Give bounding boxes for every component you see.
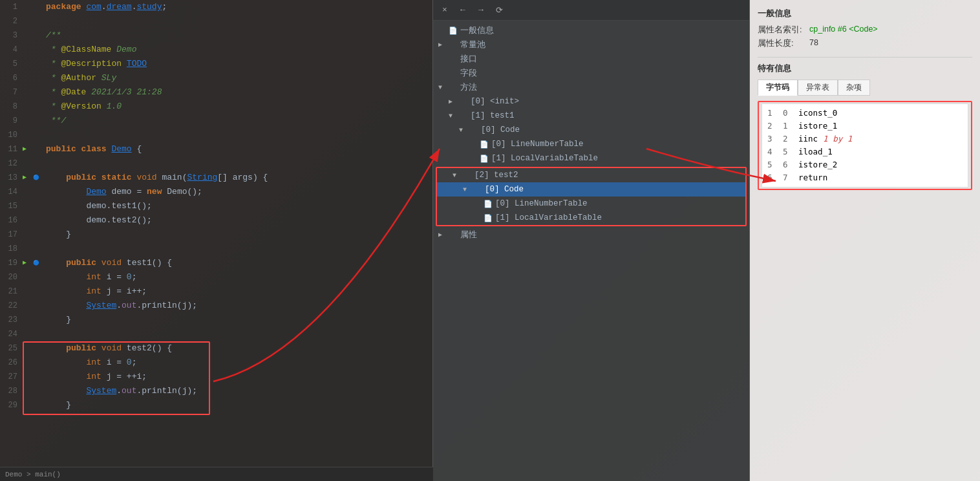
code-line: 17 } [0,228,432,242]
tree-arrow-icon: ▶ [438,231,449,239]
attr-len-value: 78 [809,38,818,47]
code-text: System.out.println(j); [43,299,432,313]
code-line: 16 demo.test2(); [0,213,432,228]
refresh-button[interactable]: ⟳ [493,4,506,17]
bytecode-tab-2[interactable]: 杂项 [838,80,870,96]
code-text: public static void main(String[] args) { [43,171,432,185]
tree-item[interactable]: ▼[0] Code [437,182,745,197]
bc-offset: 6 [783,158,793,171]
bytecode-tab-1[interactable]: 异常表 [798,80,838,96]
tree-panel: 📄一般信息▶常量池接口字段▼方法▶[0] <init>▼[1] test1▼[0… [433,21,749,481]
tree-item-label: 方法 [460,82,477,93]
tree-item[interactable]: 📄[0] LineNumberTable [437,197,745,211]
code-text: public void test2() { [43,341,432,356]
tree-item[interactable]: 接口 [433,52,749,66]
tree-item[interactable]: ▶[0] <init> [433,94,749,109]
tree-item[interactable]: 字段 [433,66,749,80]
divider [758,57,972,58]
bytecode-row: 56istore_2 [767,158,963,171]
tree-item[interactable]: ▼[2] test2 [437,168,745,182]
bytecode-row: 45iload_1 [767,145,963,158]
attr-name-label: 属性名索引: [758,25,809,36]
tree-node-icon: 📄 [449,27,460,35]
tree-item-label: [1] test1 [471,111,515,120]
line-number: 27 [0,370,23,384]
line-number: 2 [0,14,23,28]
tree-item-label: [0] LineNumberTable [495,199,588,208]
run-icon[interactable]: ▶ [23,256,33,270]
run-icon[interactable]: ▶ [23,171,33,185]
tree-item[interactable]: ▼方法 [433,80,749,94]
code-line: 6 * @Author SLy [0,71,432,85]
bc-offset: 1 [783,120,793,133]
bytecode-table: 10iconst_021istore_132iinc 1 by 145iload… [762,103,968,187]
code-text: int i = 0; [43,270,432,284]
code-line: 26 int i = 0; [0,356,432,370]
line-number: 19 [0,256,23,270]
run-icon[interactable]: ▶ [23,142,33,156]
code-text: System.out.println(j); [43,384,432,398]
tree-item[interactable]: ▶属性 [433,228,749,242]
forward-button[interactable]: → [474,4,487,17]
code-line: 9 **/ [0,114,432,128]
code-text: * @ClassName Demo [43,43,432,57]
code-line: 12 [0,156,432,171]
line-number: 28 [0,384,23,398]
attr-name-row: 属性名索引: cp_info #6 <Code> [758,25,972,36]
back-button[interactable]: ← [456,4,469,17]
close-button[interactable]: × [438,4,451,17]
code-line: 2 [0,14,432,28]
line-number: 3 [0,28,23,43]
bc-instruction: iconst_0 [798,107,837,120]
line-number: 1 [0,0,23,14]
tree-item-label: [2] test2 [474,171,518,180]
tree-item-label: 字段 [460,68,477,79]
tree-arrow-icon: ▼ [449,112,459,120]
tree-node-icon: 📄 [484,214,495,222]
code-text: int i = 0; [43,356,432,370]
line-number: 9 [0,114,23,128]
tree-item[interactable]: ▼[0] Code [433,123,749,137]
bytecode-box: 10iconst_021istore_132iinc 1 by 145iload… [758,101,972,190]
bc-instruction: istore_1 [798,120,837,133]
code-text: * @Version 1.0 [43,100,432,114]
toolbar: × ← → ⟳ [433,0,749,21]
tree-item-label: [0] LineNumberTable [491,140,584,149]
tree-item-label: 接口 [460,54,477,65]
line-number: 21 [0,284,23,299]
info-title: 一般信息 [758,8,972,19]
code-text: public class Demo { [43,142,432,156]
code-text: * @Description TODO [43,57,432,71]
attr-name-value: cp_info #6 <Code> [809,25,878,34]
code-text: Demo demo = new Demo(); [43,185,432,199]
bytecode-tab-0[interactable]: 字节码 [758,80,798,96]
line-number: 15 [0,199,23,213]
attr-len-label: 属性长度: [758,38,809,49]
line-number: 22 [0,299,23,313]
tree-item-label: [0] <init> [471,97,519,106]
tree-item[interactable]: ▼[1] test1 [433,109,749,123]
line-number: 10 [0,128,23,142]
bc-offset: 5 [783,145,793,158]
code-text: demo.test2(); [43,213,432,228]
tree-item[interactable]: 📄一般信息 [433,23,749,37]
code-line: 11▶public class Demo { [0,142,432,156]
line-number: 6 [0,71,23,85]
tree-arrow-icon: ▶ [438,41,449,48]
code-editor: 1package com.dream.study;23/**4 * @Class… [0,0,433,481]
code-line: 23 } [0,313,432,327]
tree-item[interactable]: ▶常量池 [433,37,749,52]
line-number: 13 [0,171,23,185]
tree-arrow-icon: ▼ [453,172,463,179]
code-line: 7 * @Date 2021/1/3 21:28 [0,85,432,100]
tree-item[interactable]: 📄[0] LineNumberTable [433,137,749,151]
code-line: 19▶🔵 public void test1() { [0,256,432,270]
tree-item[interactable]: 📄[1] LocalVariableTable [433,151,749,166]
tree-item[interactable]: 📄[1] LocalVariableTable [437,211,745,225]
bc-instruction: istore_2 [798,158,837,171]
code-text: demo.test1(); [43,199,432,213]
tree-highlight-box: ▼[2] test2▼[0] Code📄[0] LineNumberTable📄… [436,167,747,226]
bc-instruction: return [798,171,827,184]
tree-item-label: [0] Code [481,125,520,134]
tree-arrow-icon: ▶ [449,98,459,105]
